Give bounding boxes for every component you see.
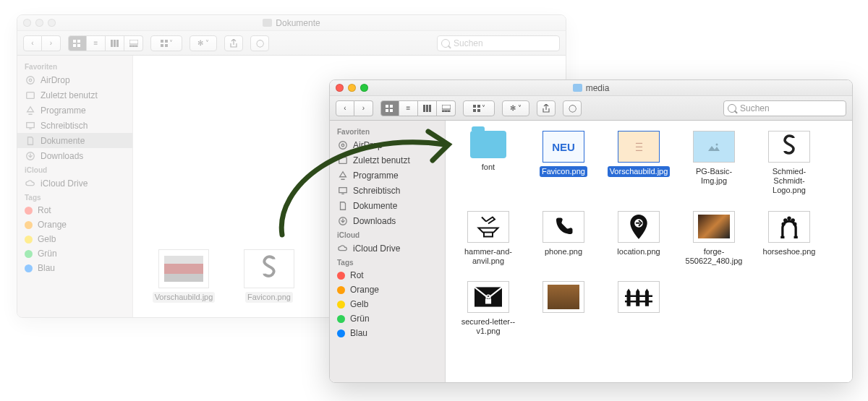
sidebar-item-downloads[interactable]: Downloads <box>330 213 445 228</box>
sidebar-item-apps[interactable]: Programme <box>330 168 445 183</box>
svg-rect-22 <box>386 109 388 112</box>
sidebar-item-icloud[interactable]: iCloud Drive <box>330 241 445 256</box>
sidebar-tag-gruen[interactable]: Grün <box>330 311 445 326</box>
minimize-icon[interactable] <box>348 84 356 92</box>
sidebar-tag-orange[interactable]: Orange <box>17 217 132 232</box>
share-button[interactable] <box>224 35 243 51</box>
search-input[interactable]: Suchen <box>723 100 846 116</box>
svg-rect-1 <box>77 40 80 43</box>
toolbar: ‹ › ≡ ˅ ✻ ˅ ◯ Suchen <box>330 96 852 121</box>
search-input[interactable]: Suchen <box>437 35 560 51</box>
svg-rect-21 <box>390 105 393 108</box>
sidebar-item-dokumente[interactable]: Dokumente <box>17 133 132 148</box>
sidebar-item-dokumente[interactable]: Dokumente <box>330 198 445 213</box>
minimize-icon[interactable] <box>35 19 43 27</box>
toolbar: ‹ › ≡ ˅ ✻ ˅ ◯ Suchen <box>17 31 566 56</box>
tag-dot-icon <box>337 329 345 337</box>
maximize-icon[interactable] <box>360 84 368 92</box>
svg-rect-25 <box>426 105 428 112</box>
close-icon[interactable] <box>336 84 344 92</box>
file-vorschaubild[interactable]: Vorschaubild.jpg <box>148 249 220 303</box>
file-phone[interactable]: phone.png <box>531 211 596 267</box>
svg-rect-7 <box>129 40 138 44</box>
sidebar-item-desktop[interactable]: Schreibtisch <box>330 183 445 198</box>
group-button[interactable]: ˅ <box>463 100 495 116</box>
view-columns-button[interactable] <box>418 100 437 116</box>
titlebar[interactable]: media <box>330 80 852 96</box>
svg-rect-9 <box>132 46 135 47</box>
file-img-partial[interactable] <box>531 281 596 337</box>
titlebar[interactable]: Dokumente <box>17 15 566 31</box>
airdrop-icon <box>25 74 35 85</box>
nav-back-button[interactable]: ‹ <box>23 35 42 51</box>
group-button[interactable]: ˅ <box>150 35 182 51</box>
sidebar-item-recent[interactable]: Zuletzt benutzt <box>17 87 132 103</box>
sidebar-tag-rot[interactable]: Rot <box>17 203 132 217</box>
nav-forward-button[interactable]: › <box>354 100 373 116</box>
view-gallery-button[interactable] <box>437 100 456 116</box>
file-vorschaubild[interactable]: ━━━━━━━━━ Vorschaubild.jpg <box>606 131 671 197</box>
sidebar-item-downloads[interactable]: Downloads <box>17 148 132 163</box>
nav-back-button[interactable]: ‹ <box>336 100 354 116</box>
file-pg-basic-img[interactable]: PG-Basic-Img.jpg <box>681 131 746 197</box>
svg-point-35 <box>339 141 346 149</box>
content-area[interactable]: font NEU Favicon.png ━━━━━━━━━ Vorschaub… <box>446 121 852 382</box>
view-icons-button[interactable] <box>380 100 399 116</box>
share-button[interactable] <box>537 100 556 116</box>
file-location[interactable]: location.png <box>606 211 671 267</box>
file-horseshoe[interactable]: horseshoe.png <box>757 211 822 267</box>
sidebar-tag-gruen[interactable]: Grün <box>17 246 132 261</box>
tags-button[interactable]: ◯ <box>250 35 269 51</box>
svg-rect-5 <box>114 40 116 47</box>
downloads-icon <box>25 150 35 161</box>
sidebar-tag-orange[interactable]: Orange <box>330 283 445 297</box>
file-favicon[interactable]: NEU Favicon.png <box>531 131 596 197</box>
file-schmied-logo[interactable]: Schmied-Schmidt-Logo.png <box>757 131 822 197</box>
file-favicon[interactable]: Favicon.png <box>233 249 305 303</box>
sidebar-tag-gelb[interactable]: Gelb <box>330 297 445 311</box>
sidebar-item-recent[interactable]: Zuletzt benutzt <box>330 152 445 168</box>
folder-icon <box>470 131 506 158</box>
sidebar-item-icloud[interactable]: iCloud Drive <box>17 176 132 191</box>
view-columns-button[interactable] <box>106 35 124 51</box>
tag-dot-icon <box>337 315 345 323</box>
tags-button[interactable]: ◯ <box>563 100 582 116</box>
recent-icon <box>25 90 35 100</box>
file-forge[interactable]: forge-550622_480.jpg <box>681 211 746 267</box>
svg-rect-33 <box>473 109 476 112</box>
nav-forward-button[interactable]: › <box>42 35 61 51</box>
sidebar-tag-rot[interactable]: Rot <box>330 268 445 283</box>
view-list-button[interactable]: ≡ <box>87 35 106 51</box>
sidebar-item-apps[interactable]: Programme <box>17 103 132 118</box>
action-button[interactable]: ✻ ˅ <box>502 100 529 116</box>
file-secured-letter[interactable]: secured-letter--v1.png <box>456 281 521 337</box>
folder-icon <box>263 19 272 27</box>
thumbnail-icon <box>768 211 810 243</box>
recent-icon <box>337 155 348 165</box>
sidebar-item-airdrop[interactable]: AirDrop <box>330 137 445 152</box>
view-list-button[interactable]: ≡ <box>399 100 418 116</box>
tag-dot-icon <box>25 250 33 258</box>
sidebar-tag-blau[interactable]: Blau <box>330 326 445 340</box>
close-icon[interactable] <box>23 19 31 27</box>
sidebar-favorites-header: Favoriten <box>17 60 132 72</box>
sidebar-tag-blau[interactable]: Blau <box>17 261 132 275</box>
docs-icon <box>25 135 35 146</box>
sidebar-item-airdrop[interactable]: AirDrop <box>17 72 132 87</box>
svg-point-36 <box>341 144 344 147</box>
thumbnail-icon: NEU <box>542 131 584 163</box>
view-gallery-button[interactable] <box>124 35 143 51</box>
sidebar-item-desktop[interactable]: Schreibtisch <box>17 118 132 133</box>
file-font-folder[interactable]: font <box>456 131 521 197</box>
action-button[interactable]: ✻ ˅ <box>190 35 217 51</box>
file-hammer-anvil[interactable]: hammer-and-anvil.png <box>456 211 521 267</box>
svg-rect-8 <box>129 46 132 47</box>
sidebar-tag-gelb[interactable]: Gelb <box>17 232 132 246</box>
view-icons-button[interactable] <box>68 35 87 51</box>
sidebar-icloud-header: iCloud <box>330 228 445 241</box>
file-fence-partial[interactable] <box>606 281 671 337</box>
svg-rect-20 <box>386 105 388 108</box>
svg-point-43 <box>794 223 796 225</box>
svg-rect-34 <box>477 109 480 112</box>
maximize-icon[interactable] <box>48 19 56 27</box>
